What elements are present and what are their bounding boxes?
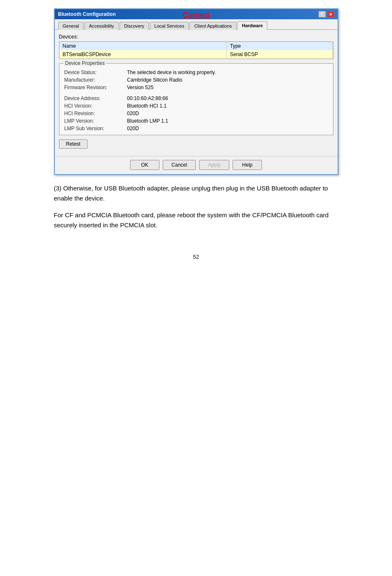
col-type: Type	[226, 42, 333, 50]
prop-label-address: Device Address:	[64, 95, 123, 101]
devices-label: Devices:	[59, 34, 333, 40]
help-titlebar-button[interactable]: ?	[318, 11, 326, 18]
device-properties-box: Device Properties Device Status: The sel…	[59, 63, 333, 135]
prop-value-lmp-sub: 020D	[127, 126, 328, 131]
dialog-body: Devices: Name Type BTSerialBCSPDevice Se…	[55, 29, 338, 156]
close-button[interactable]: ✕	[327, 11, 334, 18]
cancel-button[interactable]: Cancel	[163, 160, 196, 170]
prop-value-lmp-version: Bluetooth LMP 1.1	[127, 118, 328, 124]
prop-label-manufacturer: Manufacturer:	[64, 77, 123, 83]
prop-label-hci-revision: HCI Revision:	[64, 111, 123, 116]
correct-label: Correct	[182, 11, 209, 20]
bluetooth-config-dialog: Bluetooth Configuration Correct ? ✕ Gene…	[54, 8, 338, 175]
prop-label-status: Device Status:	[64, 69, 123, 75]
titlebar-buttons: ? ✕	[318, 11, 334, 18]
tab-general[interactable]: General	[58, 22, 84, 30]
page-wrapper: Bluetooth Configuration Correct ? ✕ Gene…	[8, 8, 384, 260]
retest-button[interactable]: Retest	[59, 139, 88, 149]
tab-accessibility[interactable]: Accessibility	[85, 22, 119, 30]
prop-label-lmp-version: LMP Version:	[64, 118, 123, 124]
device-type-cell: Serial BCSP	[226, 50, 333, 59]
device-name-cell: BTSerialBCSPDevice	[59, 50, 227, 59]
props-grid: Device Status: The selected device is wo…	[64, 69, 328, 131]
help-button[interactable]: Help	[233, 160, 262, 170]
retest-row: Retest	[59, 139, 333, 149]
device-props-legend: Device Properties	[64, 60, 107, 66]
prop-label-hci-version: HCI Version:	[64, 103, 123, 109]
dialog-titlebar: Bluetooth Configuration Correct ? ✕	[55, 9, 338, 19]
paragraph-2: For CF and PCMCIA Bluetooth card, please…	[54, 210, 338, 230]
body-text: (3) Otherwise, for USB Bluetooth adapter…	[54, 183, 338, 237]
dialog-footer: OK Cancel Apply Help	[55, 156, 338, 174]
col-name: Name	[59, 42, 227, 50]
paragraph-1: (3) Otherwise, for USB Bluetooth adapter…	[54, 183, 338, 203]
prop-value-manufacturer: Cambridge Silicon Radio	[127, 77, 328, 83]
prop-value-status: The selected device is working properly.	[127, 69, 328, 75]
tab-hardware[interactable]: Hardware	[237, 21, 267, 30]
prop-value-firmware: Version 525	[127, 85, 328, 90]
devices-table-container: Name Type BTSerialBCSPDevice Serial BCSP	[59, 41, 333, 59]
prop-value-address: 00:10:60:A2:88:66	[127, 95, 328, 101]
prop-value-hci-version: Bluetooth HCI 1.1	[127, 103, 328, 109]
apply-button: Apply	[199, 160, 229, 170]
table-row[interactable]: BTSerialBCSPDevice Serial BCSP	[59, 50, 333, 59]
tabs-container: General Accessibility Discovery Local Se…	[55, 19, 338, 29]
devices-table: Name Type BTSerialBCSPDevice Serial BCSP	[59, 42, 333, 59]
dialog-title: Bluetooth Configuration	[58, 11, 116, 17]
prop-label-lmp-sub: LMP Sub Version:	[64, 126, 123, 131]
page-number: 52	[193, 254, 199, 260]
prop-value-hci-revision: 020D	[127, 111, 328, 116]
tab-discovery[interactable]: Discovery	[120, 22, 149, 30]
ok-button[interactable]: OK	[130, 160, 159, 170]
tab-local-services[interactable]: Local Services	[150, 22, 189, 30]
prop-label-firmware: Firmware Revision:	[64, 85, 123, 90]
tab-client-applications[interactable]: Client Applications	[190, 22, 236, 30]
